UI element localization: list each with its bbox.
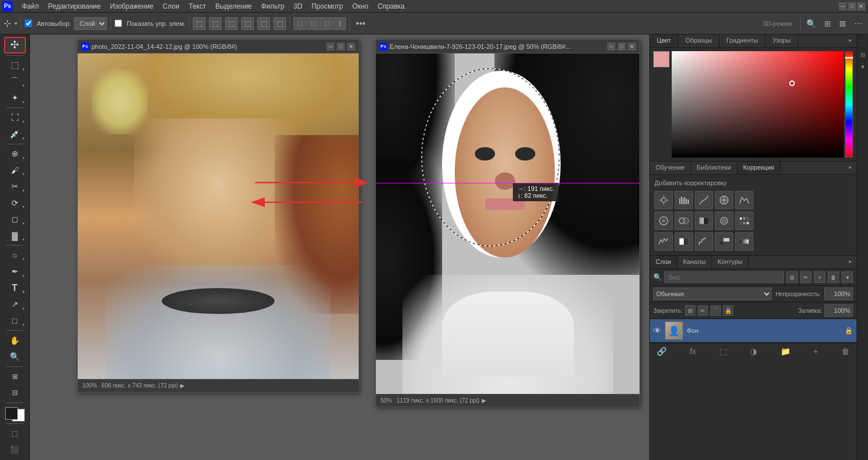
search-icon[interactable]: 🔍 xyxy=(804,19,818,28)
doc1-minimize-button[interactable]: ─ xyxy=(326,43,334,51)
align-top-button[interactable]: ⬚ xyxy=(241,17,254,30)
toolbar-more-button[interactable]: ••• xyxy=(353,18,368,29)
move-tool-button[interactable]: ✣ xyxy=(4,37,26,53)
doc2-maximize-button[interactable]: □ xyxy=(618,43,626,51)
extra-tool-1[interactable]: ⊞ xyxy=(4,369,26,385)
align-left-button[interactable]: ⬚ xyxy=(193,17,205,30)
adjust-hsl-button[interactable] xyxy=(654,212,673,230)
color-swatches[interactable] xyxy=(4,406,26,422)
minimize-button[interactable]: ─ xyxy=(839,2,847,10)
link-layers-button[interactable]: 🔗 xyxy=(654,346,669,357)
edit-mode-button[interactable]: ⬚ xyxy=(4,425,26,442)
menu-filter[interactable]: Фильтр xyxy=(257,1,289,12)
adjust-exposure-button[interactable] xyxy=(715,191,733,209)
healing-tool-button[interactable]: ⊕▾ xyxy=(4,145,26,162)
menu-help[interactable]: Справка xyxy=(373,1,409,12)
adjust-color-lookup-button[interactable] xyxy=(654,232,673,251)
menu-window[interactable]: Окно xyxy=(348,1,373,12)
fill-input[interactable] xyxy=(824,304,853,317)
eyedropper-tool-button[interactable]: 💉▾ xyxy=(4,126,26,142)
doc2-close-button[interactable]: ✕ xyxy=(628,43,636,51)
screen-mode-button[interactable]: ⬛ xyxy=(4,442,26,458)
add-style-button[interactable]: fx xyxy=(687,346,698,357)
layers-edit-btn[interactable]: ✏ xyxy=(800,271,812,283)
adjust-gradient-map-button[interactable] xyxy=(735,232,753,251)
pin-icon-3[interactable]: ⌒ xyxy=(710,305,721,316)
adjust-bw-button[interactable] xyxy=(695,212,713,230)
opacity-input[interactable] xyxy=(824,288,853,300)
color-fg-preview[interactable] xyxy=(653,51,669,67)
dist-h-button[interactable]: ⬚ xyxy=(294,17,306,30)
auto-select-mode[interactable]: Слой xyxy=(74,17,107,30)
tool-options-arrow[interactable]: ▾ xyxy=(14,20,17,26)
layers-new-btn[interactable]: + xyxy=(814,271,825,283)
adjust-levels-button[interactable] xyxy=(675,191,693,209)
edge-btn-3[interactable]: ▼ xyxy=(857,61,868,72)
tab-color[interactable]: Цвет xyxy=(650,34,679,47)
doc2-titlebar[interactable]: Ps Елена-Чонишвили-7-926-123-01-20-17.jp… xyxy=(376,40,639,53)
doc2-minimize-button[interactable]: ─ xyxy=(607,43,615,51)
layers-more-btn[interactable]: ▾ xyxy=(842,271,853,283)
adjust-curves-button[interactable] xyxy=(695,191,713,209)
blend-mode-select[interactable]: Обычные xyxy=(653,288,772,300)
brush-tool-button[interactable]: 🖌▾ xyxy=(4,162,26,178)
menu-select[interactable]: Выделение xyxy=(211,1,257,12)
adjust-channel-mixer-button[interactable] xyxy=(735,212,753,230)
gradient-tool-button[interactable]: ▓▾ xyxy=(4,228,26,244)
new-group-button[interactable]: 📁 xyxy=(778,346,793,357)
tab-learn[interactable]: Обучение xyxy=(650,162,691,174)
tab-patterns[interactable]: Узоры xyxy=(766,34,798,47)
align-center-v-button[interactable]: ⬚ xyxy=(257,17,270,30)
delete-layer-button[interactable]: 🗑 xyxy=(839,346,852,357)
dist-v-button[interactable]: ⬚ xyxy=(307,17,319,30)
zoom-icon[interactable]: ⊠ xyxy=(837,19,848,28)
doc1-info-arrow[interactable]: ▶ xyxy=(180,382,185,389)
adjust-photo-filter-button[interactable] xyxy=(715,212,733,230)
menu-text[interactable]: Текст xyxy=(184,1,211,12)
adjust-vibrance-button[interactable] xyxy=(735,191,753,209)
layers-search-input[interactable] xyxy=(664,271,784,283)
color-panel-collapse[interactable]: ▸ xyxy=(844,34,856,47)
maximize-button[interactable]: □ xyxy=(848,2,856,10)
new-adjustment-button[interactable]: ◑ xyxy=(748,346,759,357)
menu-view[interactable]: Просмотр xyxy=(307,1,348,12)
menu-3d[interactable]: 3D xyxy=(289,1,307,12)
adjust-threshold-button[interactable] xyxy=(715,232,733,251)
pin-icon-1[interactable]: ⊞ xyxy=(685,305,695,316)
layers-panel-collapse[interactable]: ▸ xyxy=(844,256,856,269)
edge-btn-1[interactable]: ⬚ xyxy=(857,37,868,48)
adjust-invert-button[interactable] xyxy=(675,232,693,251)
layer-bg[interactable]: 👁 👤 Фон 🔒 xyxy=(650,319,856,343)
color-spectrum-gradient[interactable] xyxy=(672,51,844,158)
magic-wand-tool-button[interactable]: ✦▾ xyxy=(4,90,26,106)
menu-image[interactable]: Изображение xyxy=(105,1,158,12)
menu-layers[interactable]: Слои xyxy=(158,1,184,12)
show-controls-checkbox[interactable] xyxy=(115,20,122,27)
menu-edit[interactable]: Редактирование xyxy=(44,1,105,12)
doc2-info-arrow[interactable]: ▶ xyxy=(482,397,486,404)
correction-panel-collapse[interactable]: ▸ xyxy=(844,162,856,174)
path-tool-button[interactable]: ↗▾ xyxy=(4,296,26,312)
doc1-close-button[interactable]: ✕ xyxy=(347,43,355,51)
crop-tool-button[interactable]: ⛶▾ xyxy=(4,110,26,126)
align-right-button[interactable]: ⬚ xyxy=(225,17,238,30)
tab-channels[interactable]: Каналы xyxy=(677,256,712,269)
auto-select-checkbox[interactable] xyxy=(25,20,32,27)
pin-icon-4[interactable]: 🔒 xyxy=(723,305,733,316)
dodge-tool-button[interactable]: ○▾ xyxy=(4,247,26,263)
close-button[interactable]: ✕ xyxy=(857,2,865,10)
tab-libraries[interactable]: Библиотеки xyxy=(691,162,737,174)
tab-gradients[interactable]: Градиенты xyxy=(719,34,766,47)
color-hue-bar[interactable] xyxy=(845,51,853,158)
new-layer-button[interactable]: + xyxy=(811,346,820,357)
pen-tool-button[interactable]: ✒▾ xyxy=(4,263,26,279)
layer-visibility-toggle[interactable]: 👁 xyxy=(653,326,661,335)
dist-button[interactable]: ⬚ xyxy=(320,17,333,30)
tab-paths[interactable]: Контуры xyxy=(712,256,749,269)
marquee-tool-button[interactable]: ⬚▾ xyxy=(4,57,26,73)
layers-delete-btn[interactable]: 🗑 xyxy=(828,271,839,283)
tab-correction[interactable]: Коррекция xyxy=(737,162,781,174)
adjust-brightness-button[interactable] xyxy=(654,191,673,209)
text-tool-button[interactable]: T▾ xyxy=(4,280,26,296)
menu-file[interactable]: Файл xyxy=(17,1,44,12)
